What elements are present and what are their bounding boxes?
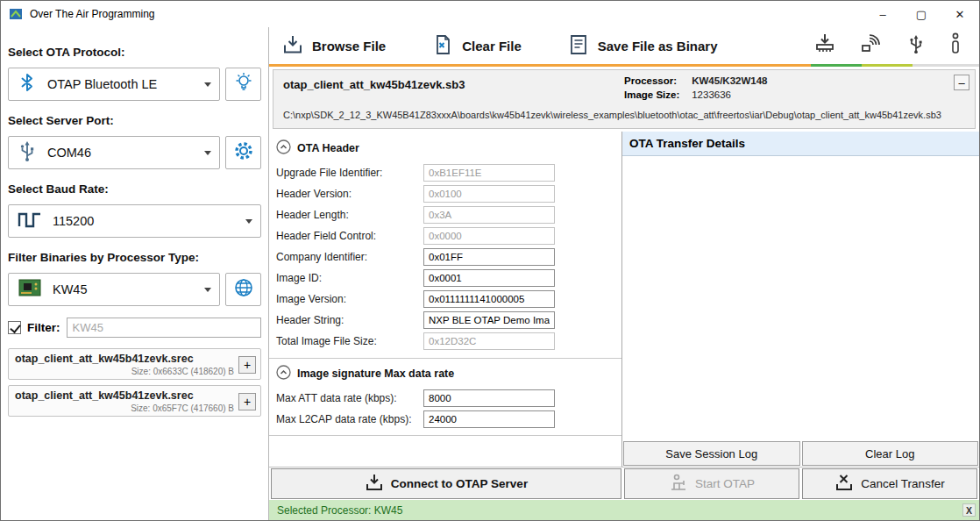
maximize-button[interactable]: ▢	[902, 1, 941, 27]
cancel-transfer-button[interactable]: Cancel Transfer	[802, 468, 977, 499]
company-identifier-input[interactable]	[423, 248, 555, 266]
image-id-input[interactable]	[423, 269, 555, 287]
start-otap-label: Start OTAP	[695, 477, 755, 490]
ota-header-section-toggle[interactable]: OTA Header	[269, 135, 621, 162]
transfer-panel: OTA Transfer Details Save Session Log Cl…	[621, 132, 979, 467]
collapse-file-info-button[interactable]: –	[954, 75, 969, 90]
square-wave-icon	[17, 209, 43, 233]
start-otap-button[interactable]: Start OTAP	[624, 468, 799, 499]
browse-processors-button[interactable]	[225, 273, 261, 306]
add-file-button[interactable]: +	[238, 356, 256, 374]
field-row: Header String:	[269, 310, 621, 331]
field-label: Max L2CAP data rate (kbps):	[276, 413, 423, 425]
filter-checkbox[interactable]	[8, 321, 21, 334]
tips-button[interactable]	[225, 68, 261, 101]
chevron-down-icon	[204, 82, 211, 87]
loaded-file-name: otap_client_att_kw45b41zevk.sb3	[283, 78, 465, 91]
connect-otap-server-button[interactable]: Connect to OTAP Server	[271, 468, 621, 499]
processor-filter-label: Filter Binaries by Processor Type:	[8, 251, 261, 264]
clear-file-button[interactable]: Clear File	[431, 33, 522, 59]
toolbar-accent-strip	[269, 64, 979, 67]
port-value: COM46	[47, 146, 195, 160]
sidebar: Select OTA Protocol: OTAP Bluetooth LE S…	[1, 27, 269, 520]
protocol-select[interactable]: OTAP Bluetooth LE	[8, 68, 220, 101]
field-label: Image Version:	[276, 293, 423, 305]
file-meta: otap_client_att_kw45b41zevk.srec Size: 0…	[15, 389, 234, 413]
field-label: Header Field Control:	[276, 230, 423, 242]
field-row: Max L2CAP data rate (kbps):	[269, 409, 621, 430]
status-text: Selected Processor: KW45	[277, 504, 962, 517]
port-settings-button[interactable]	[225, 136, 261, 169]
upgrade-file-identifier-input	[423, 164, 555, 182]
signature-section-toggle[interactable]: Image signature Max data rate	[269, 360, 621, 388]
field-row: Image Version:	[269, 289, 621, 310]
clear-log-button[interactable]: Clear Log	[802, 441, 979, 466]
chevron-down-icon	[245, 219, 252, 224]
total-image-file-size-input	[423, 332, 555, 350]
file-name: otap_client_att_kw45b41zevk.srec	[15, 389, 234, 402]
image-version-input[interactable]	[423, 290, 555, 308]
baud-select[interactable]: 115200	[8, 204, 261, 238]
filter-input[interactable]	[67, 318, 261, 338]
baud-value: 115200	[53, 214, 236, 228]
header-version-input	[423, 185, 555, 203]
field-row: Image ID:	[269, 268, 621, 289]
browse-file-label: Browse File	[312, 39, 386, 54]
save-binary-button[interactable]: Save File as Binary	[567, 33, 718, 59]
gear-icon	[232, 139, 255, 166]
toolbar-right-icons	[813, 32, 967, 59]
baud-label: Select Baud Rate:	[8, 182, 261, 196]
field-row: Header Version:	[269, 183, 621, 204]
file-meta: otap_client_att_kw45b41zevk.srec Size: 0…	[15, 353, 234, 376]
field-label: Max ATT data rate (kbps):	[276, 392, 423, 404]
usb-port-icon[interactable]	[906, 33, 926, 58]
port-select[interactable]: COM46	[8, 136, 220, 169]
program-board-icon[interactable]	[813, 32, 836, 59]
processor-meta-value: KW45/K32W148	[692, 75, 767, 86]
main-area: Browse File Clear File Save File as Bina…	[269, 27, 979, 520]
processor-meta-label: Processor:	[624, 75, 689, 86]
field-label: Header Version:	[276, 188, 423, 200]
binary-file-item[interactable]: otap_client_att_kw45b41zevk.srec Size: 0…	[8, 385, 261, 417]
browse-file-button[interactable]: Browse File	[281, 33, 386, 59]
max-l2cap-rate-input[interactable]	[423, 410, 555, 428]
strip-orange	[269, 64, 811, 67]
field-row: Header Field Control:	[269, 225, 621, 246]
field-label: Upgrade File Identifier:	[276, 167, 423, 179]
file-size: Size: 0x65F7C (417660) B	[15, 403, 234, 413]
header-string-input[interactable]	[423, 311, 555, 329]
strip-green	[811, 64, 862, 67]
window-title: Over The Air Programming	[30, 8, 155, 20]
info-icon[interactable]	[949, 32, 962, 59]
max-att-rate-input[interactable]	[423, 389, 555, 407]
header-field-control-input	[423, 227, 555, 245]
binary-file-item[interactable]: otap_client_att_kw45b41zevk.srec Size: 0…	[8, 348, 261, 380]
strip-tail	[913, 64, 979, 67]
field-label: Header Length:	[276, 209, 423, 221]
toolbar: Browse File Clear File Save File as Bina…	[269, 27, 979, 64]
chevron-down-icon	[204, 151, 211, 155]
save-session-log-button[interactable]: Save Session Log	[623, 441, 800, 466]
minimize-button[interactable]: –	[863, 1, 902, 27]
processor-select[interactable]: KW45	[8, 273, 220, 306]
globe-icon	[232, 276, 255, 303]
usb-icon	[17, 139, 38, 166]
field-label: Header String:	[276, 314, 423, 326]
tips-lamp-icon	[232, 71, 255, 97]
field-label: Total Image File Size:	[276, 335, 423, 347]
log-buttons-row: Save Session Log Clear Log	[622, 440, 979, 467]
wireless-icon[interactable]	[860, 32, 883, 59]
app-window: Over The Air Programming – ▢ ✕ Select OT…	[0, 0, 980, 521]
close-button[interactable]: ✕	[941, 1, 979, 27]
add-file-button[interactable]: +	[238, 393, 256, 410]
port-label: Select Server Port:	[8, 114, 261, 127]
window-controls: – ▢ ✕	[863, 1, 979, 27]
file-info-meta: Processor: KW45/K32W148 Image Size: 1233…	[624, 75, 768, 103]
ota-header-section-title: OTA Header	[297, 142, 359, 154]
chevron-up-circle-icon	[276, 365, 291, 382]
cancel-transfer-icon	[834, 473, 854, 495]
signature-section-title: Image signature Max data rate	[297, 368, 454, 380]
status-close-button[interactable]: X	[962, 503, 976, 517]
image-size-label: Image Size:	[624, 89, 689, 100]
field-label: Company Identifier:	[276, 251, 423, 263]
